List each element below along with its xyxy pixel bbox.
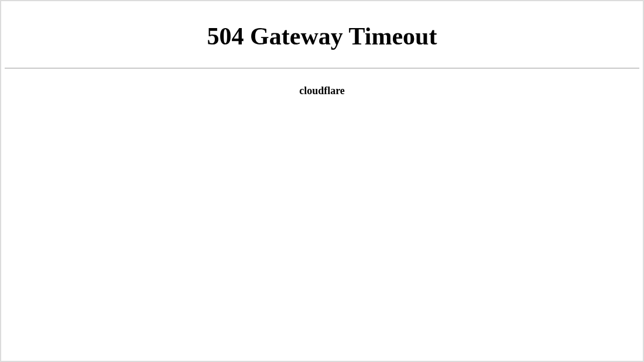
divider: [5, 68, 639, 68]
error-page-container: 504 Gateway Timeout cloudflare: [5, 22, 639, 362]
provider-label: cloudflare: [5, 85, 639, 97]
error-title: 504 Gateway Timeout: [5, 22, 639, 50]
